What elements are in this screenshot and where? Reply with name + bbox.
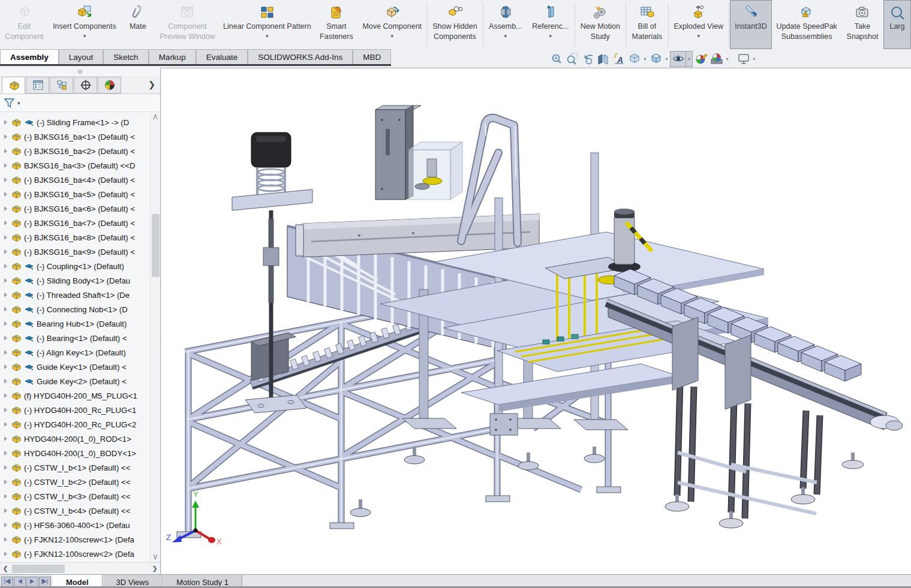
expand-arrow-icon[interactable] xyxy=(4,364,7,369)
expand-arrow-icon[interactable] xyxy=(4,120,7,125)
tree-item[interactable]: (f) HYDG40H-200_M5_PLUG<1 xyxy=(0,388,150,403)
dropdown-caret[interactable]: ▾ xyxy=(697,33,700,39)
dropdown-caret[interactable]: ▾ xyxy=(685,52,692,67)
tree-item[interactable]: HYDG40H-200(1_0)_ROD<1> xyxy=(0,432,150,446)
tree-item[interactable]: (-) Bearing<1> (Default) < xyxy=(0,331,150,345)
go-next-button[interactable] xyxy=(26,577,38,587)
tree-item[interactable]: (-) CSTW_I_b<2> (Default) << xyxy=(0,475,150,489)
tree-item[interactable]: (-) HYDG40H-200_Rc_PLUG<1 xyxy=(0,403,150,417)
dropdown-caret[interactable]: ▾ xyxy=(751,56,757,62)
expand-arrow-icon[interactable] xyxy=(4,221,7,225)
dimxpertmanager-tab[interactable] xyxy=(74,77,97,94)
previous-view-icon[interactable] xyxy=(580,52,595,67)
tree-item[interactable]: (-) Coupling<1> (Default) xyxy=(0,259,150,273)
dropdown-caret[interactable]: ▾ xyxy=(390,33,393,39)
tree-item[interactable]: (-) CSTW_I_b<4> (Default) << xyxy=(0,503,150,518)
propertymanager-tab[interactable] xyxy=(26,77,49,94)
expand-arrow-icon[interactable] xyxy=(4,177,7,182)
hide-show-items-icon[interactable] xyxy=(671,52,685,67)
go-previous-button[interactable] xyxy=(14,577,26,587)
update-speedpak-button[interactable]: ! Update SpeedPak Subassemblies xyxy=(772,0,841,49)
tree-item[interactable]: (-) Sliding Frame<1> -> (D xyxy=(0,115,150,129)
tab-mbd[interactable]: MBD xyxy=(353,49,391,64)
tree-item[interactable]: (-) BJKSG16_ba<7> (Default) < xyxy=(0,216,150,230)
configurationmanager-tab[interactable] xyxy=(50,77,73,94)
mate-button[interactable]: Mate xyxy=(121,0,155,49)
scroll-left-arrow[interactable]: ❮ xyxy=(0,565,11,572)
featuremanager-design-tree-tab[interactable] xyxy=(2,77,25,94)
expand-arrow-icon[interactable] xyxy=(4,379,7,384)
scroll-up-arrow[interactable]: ᐱ xyxy=(151,112,160,122)
tree-item[interactable]: (-) HYDG40H-200_Rc_PLUG<2 xyxy=(0,417,150,432)
expand-arrow-icon[interactable] xyxy=(4,393,7,398)
expand-arrow-icon[interactable] xyxy=(4,465,7,470)
view-orientation-icon[interactable] xyxy=(627,52,642,67)
tab-solidworks-add-ins[interactable]: SOLIDWORKS Add-Ins xyxy=(248,49,353,64)
view-settings-icon[interactable] xyxy=(736,52,751,67)
expand-arrow-icon[interactable] xyxy=(4,336,7,340)
tree-item[interactable]: Guide Key<1> (Default) < xyxy=(0,360,150,374)
displaymanager-tab[interactable] xyxy=(98,77,121,94)
expand-arrow-icon[interactable] xyxy=(4,480,7,484)
dropdown-caret[interactable]: ▾ xyxy=(642,56,648,62)
dropdown-caret[interactable]: ▾ xyxy=(724,56,730,62)
show-hidden-components-button[interactable]: Show Hidden Components xyxy=(428,0,482,49)
large-design-review-button[interactable]: Larg xyxy=(883,0,911,49)
tree-item[interactable]: (-) FJKN12-100screw<2> (Defa xyxy=(0,547,150,561)
smart-fasteners-button[interactable]: Smart Fasteners xyxy=(315,0,359,49)
scrollbar-thumb[interactable] xyxy=(12,565,65,573)
expand-arrow-icon[interactable] xyxy=(4,264,7,269)
tab-assembly[interactable]: Assembly xyxy=(0,49,59,64)
section-view-icon[interactable] xyxy=(596,52,611,67)
tree-item[interactable]: (-) CSTW_I_b<1> (Default) << xyxy=(0,460,150,475)
scrollbar-thumb[interactable] xyxy=(152,214,160,277)
tree-item[interactable]: (-) CSTW_I_b<3> (Default) << xyxy=(0,489,150,503)
expand-arrow-icon[interactable] xyxy=(4,321,7,326)
tree-item[interactable]: (-) BJKSG16_ba<9> (Default) < xyxy=(0,245,150,259)
tree-item[interactable]: BJKSG16_ba<3> (Default) <<D xyxy=(0,158,150,173)
expand-arrow-icon[interactable] xyxy=(4,523,7,527)
expand-arrow-icon[interactable] xyxy=(4,278,7,283)
tree-item[interactable]: (-) BJKSG16_ba<2> (Default) < xyxy=(0,144,150,158)
linear-component-pattern-button[interactable]: Linear Component Pattern ▾ xyxy=(220,0,315,49)
reference-geometry-button[interactable]: Referenc... ▾ xyxy=(527,0,574,49)
expand-arrow-icon[interactable] xyxy=(4,235,7,240)
expand-arrow-icon[interactable] xyxy=(4,293,7,297)
edit-component-button[interactable]: Edit Component xyxy=(0,0,49,49)
dropdown-caret[interactable]: ▾ xyxy=(549,33,552,39)
tree-item[interactable]: HYDG40H-200(1_0)_BODY<1> xyxy=(0,446,150,460)
tree-item[interactable]: (-) BJKSG16_ba<5> (Default) < xyxy=(0,187,150,201)
tree-item[interactable]: (-) BJKSG16_ba<6> (Default) < xyxy=(0,201,150,216)
edit-appearance-icon[interactable] xyxy=(693,52,708,67)
move-component-button[interactable]: Move Component ▾ xyxy=(358,0,426,49)
exploded-view-button[interactable]: Exploded View ▾ xyxy=(669,0,728,49)
take-snapshot-button[interactable]: Take Snapshot xyxy=(841,0,883,49)
tree-item[interactable]: (-) Sliding Body<1> (Defau xyxy=(0,273,150,288)
expand-arrow-icon[interactable] xyxy=(4,307,7,312)
expand-arrow-icon[interactable] xyxy=(4,551,7,556)
dropdown-caret[interactable]: ▾ xyxy=(266,33,269,39)
expand-arrow-icon[interactable] xyxy=(4,134,7,139)
zoom-to-area-icon[interactable] xyxy=(564,52,579,67)
expand-arrow-icon[interactable] xyxy=(4,422,7,427)
tree-item[interactable]: Bearing Hub<1> (Default) xyxy=(0,316,150,331)
insert-components-button[interactable]: Insert Components ▾ xyxy=(49,0,121,49)
tree-item[interactable]: (-) HFS6-3060-400<1> (Defau xyxy=(0,518,150,532)
tab-sketch[interactable]: Sketch xyxy=(103,49,148,64)
expand-arrow-icon[interactable] xyxy=(4,149,7,153)
go-last-button[interactable] xyxy=(39,577,51,587)
expand-arrow-icon[interactable] xyxy=(4,436,7,441)
instant3d-button[interactable]: Instant3D xyxy=(730,0,772,49)
scroll-down-arrow[interactable]: ᐯ xyxy=(151,552,160,562)
expand-arrow-icon[interactable] xyxy=(4,206,7,211)
bill-of-materials-button[interactable]: Bill of Materials xyxy=(627,0,668,49)
tree-item[interactable]: (-) BJKSG16_ba<4> (Default) < xyxy=(0,173,150,187)
expand-arrow-icon[interactable] xyxy=(4,408,7,412)
panel-top-splitter[interactable] xyxy=(0,68,160,76)
panel-tabs-expand-arrow[interactable]: ❯ xyxy=(148,80,155,89)
new-motion-study-button[interactable]: New Motion Study xyxy=(576,0,625,49)
annotation-visibility-icon[interactable]: A xyxy=(611,52,626,67)
dropdown-caret[interactable]: ▾ xyxy=(504,33,507,39)
expand-arrow-icon[interactable] xyxy=(4,508,7,513)
tab-evaluate[interactable]: Evaluate xyxy=(196,49,248,64)
